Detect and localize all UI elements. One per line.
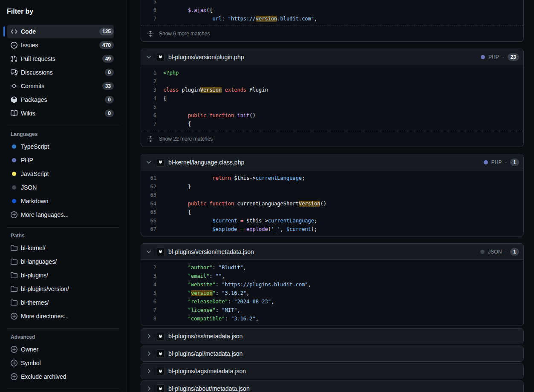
file-path-link[interactable]: bl-plugins/rss/metadata.json [168, 333, 242, 340]
code-token: function [209, 112, 234, 118]
file-path-link[interactable]: bl-plugins/about/metadata.json [168, 385, 250, 392]
language-label: JavaScript [21, 170, 49, 177]
language-filter-json[interactable]: JSON [7, 181, 114, 194]
line-number: 6 [144, 297, 156, 306]
language-color-dot [12, 172, 16, 176]
advanced-filter-symbol[interactable]: Symbol [7, 356, 114, 370]
file-result-header[interactable]: bl-plugins/about/metadata.json [141, 381, 523, 392]
code-snippet: 61 return $this->currentLanguage;62 }636… [141, 170, 523, 236]
code-text: "email": "", [163, 272, 225, 280]
path-filter-bl-languages[interactable]: bl-languages/ [7, 255, 114, 268]
advanced-filter-exclude-archived[interactable]: Exclude archived [7, 370, 114, 383]
chevron-down-icon[interactable] [145, 54, 152, 61]
chevron-down-icon[interactable] [145, 159, 152, 166]
advanced-filter-owner[interactable]: Owner [7, 343, 114, 356]
language-color-dot [484, 160, 488, 164]
more-directories-button[interactable]: More directories... [7, 309, 114, 323]
plus-circle-icon [11, 360, 17, 366]
file-result-header[interactable]: bl-plugins/tags/metadata.json [141, 363, 523, 379]
sidebar-item-commits[interactable]: Commits33 [7, 79, 114, 93]
file-path-link[interactable]: bl-plugins/version/metadata.json [168, 248, 254, 255]
languages-section: Languages TypeScriptPHPJavaScriptJSONMar… [7, 126, 120, 222]
repo-avatar [156, 158, 165, 167]
language-filter-typescript[interactable]: TypeScript [7, 140, 114, 153]
code-token [163, 16, 213, 22]
file-result-header[interactable]: bl-plugins/api/metadata.json [141, 346, 523, 361]
code-token: () [320, 201, 326, 207]
file-path-link[interactable]: bl-plugins/tags/metadata.json [168, 368, 246, 375]
language-filter-markdown[interactable]: Markdown [7, 194, 114, 208]
line-number: 63 [144, 191, 156, 199]
line-number: 1 [144, 69, 156, 77]
advanced-label: Symbol [21, 360, 41, 366]
show-more-matches-button[interactable]: Show 6 more matches [141, 26, 523, 41]
line-number: 5 [144, 0, 156, 6]
more-languages-button[interactable]: More languages... [7, 208, 114, 222]
folder-icon [11, 258, 17, 265]
language-color-dot [12, 158, 16, 162]
count-badge: 0 [105, 96, 114, 104]
file-result-header[interactable]: bl-kernel/language.class.phpPHP·1 [141, 154, 523, 170]
language-filter-javascript[interactable]: JavaScript [7, 167, 114, 181]
code-text: class pluginVersion extends Plugin [163, 86, 268, 94]
language-filter-php[interactable]: PHP [7, 153, 114, 167]
result-card: bl-plugins/rss/metadata.json [141, 328, 524, 344]
code-token: "3.16.2" [222, 290, 246, 296]
path-filter-bl-plugins-version[interactable]: bl-plugins/version/ [7, 282, 114, 296]
show-more-matches-button[interactable]: Show 22 more matches [141, 131, 523, 147]
code-token: url [213, 16, 222, 22]
issue-icon [11, 42, 17, 49]
code-token: return [213, 175, 231, 181]
code-token [163, 299, 188, 305]
sidebar-item-issues[interactable]: Issues470 [7, 38, 114, 52]
code-token: plugin [179, 87, 200, 93]
file-path-link[interactable]: bl-plugins/version/plugin.php [168, 54, 244, 61]
sidebar-item-discussions[interactable]: Discussions0 [7, 66, 114, 79]
chevron-right-icon[interactable] [145, 333, 152, 340]
code-token: , [271, 299, 274, 305]
chevron-right-icon[interactable] [145, 385, 152, 392]
code-text: { [163, 94, 166, 103]
sidebar-item-packages[interactable]: Packages0 [7, 93, 114, 107]
path-filter-bl-themes[interactable]: bl-themes/ [7, 296, 114, 309]
nav-label: Discussions [21, 69, 53, 76]
code-token: $current [286, 226, 311, 232]
code-token: , [308, 282, 311, 288]
search-results: 56 $.ajax({7 url: "https://version.bludi… [141, 0, 524, 392]
code-token: : [213, 265, 219, 271]
sidebar-item-pull-requests[interactable]: Pull requests49 [7, 52, 114, 66]
search-match-highlight: version [256, 16, 277, 22]
sidebar-item-wikis[interactable]: Wikis0 [7, 107, 114, 120]
chevron-down-icon[interactable] [145, 248, 152, 255]
file-result-header[interactable]: bl-plugins/version/metadata.jsonJSON·1 [141, 244, 523, 260]
language-badge: JSON [488, 249, 502, 255]
path-filter-bl-plugins[interactable]: bl-plugins/ [7, 268, 114, 282]
file-path-link[interactable]: bl-kernel/language.class.php [168, 159, 244, 166]
search-match-highlight: version [191, 290, 213, 296]
code-token [237, 218, 240, 224]
code-token: <?php [163, 70, 179, 76]
code-line: 7 "license": "MIT", [141, 306, 523, 314]
language-label: JSON [21, 184, 37, 191]
repo-avatar [156, 349, 165, 358]
file-result-header[interactable]: bl-plugins/version/plugin.phpPHP·23 [141, 49, 523, 65]
code-text: "license": "MIT", [163, 306, 240, 314]
code-text: } [163, 182, 191, 191]
advanced-heading: Advanced [11, 334, 120, 340]
file-result-header[interactable]: bl-plugins/rss/metadata.json [141, 329, 523, 344]
code-text: { [163, 208, 191, 216]
path-filter-bl-kernel[interactable]: bl-kernel/ [7, 241, 114, 255]
language-color-dot [12, 185, 16, 190]
count-badge: 470 [99, 41, 114, 49]
separator-dot: · [502, 54, 504, 60]
code-icon [11, 28, 17, 35]
result-card: bl-plugins/tags/metadata.json [141, 363, 524, 379]
sidebar-item-code[interactable]: Code125 [7, 25, 114, 38]
path-label: bl-languages/ [21, 258, 57, 265]
file-path-link[interactable]: bl-plugins/api/metadata.json [168, 350, 242, 357]
chevron-right-icon[interactable] [145, 350, 152, 357]
advanced-list: OwnerSymbolExclude archived [7, 343, 120, 383]
chevron-right-icon[interactable] [145, 368, 152, 375]
code-token: } [163, 184, 191, 190]
code-line: 2 [141, 77, 523, 86]
